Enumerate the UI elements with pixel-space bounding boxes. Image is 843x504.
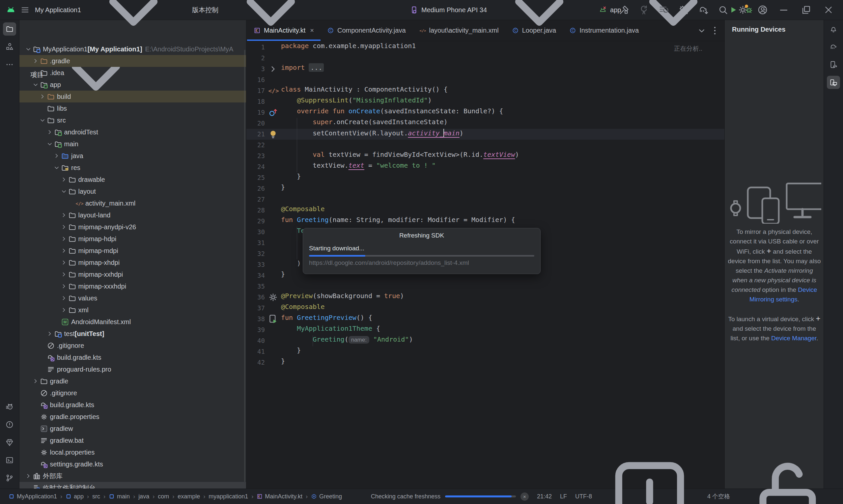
line-number[interactable]: 21 [248,129,265,140]
chevron-right-icon[interactable] [46,330,54,338]
breadcrumb-com[interactable]: com [158,493,169,500]
chevron-right-icon[interactable] [60,211,68,219]
line-number[interactable]: 30 [248,227,265,237]
code-line-25[interactable]: 25 } [246,172,725,183]
code-line-27[interactable]: 27 [246,194,725,205]
code-line-38[interactable]: 38fun GreetingPreview() { [246,313,725,324]
app-quality-insights-tool-button[interactable] [3,436,16,449]
tree-item-activity-main-xml[interactable]: </>activity_main.xml [19,197,246,209]
tree-item-mipmap-xxhdpi[interactable]: mipmap-xxhdpi [19,268,246,280]
line-number[interactable]: 39 [248,324,265,335]
chevron-right-icon[interactable] [32,69,39,77]
line-number[interactable]: 25 [248,172,265,183]
attach-debugger-button[interactable] [678,4,689,16]
chevron-right-icon[interactable] [32,377,39,385]
version-control-tool-button[interactable] [3,471,16,485]
line-number[interactable]: 24 [248,161,265,172]
settings-button[interactable] [737,4,749,16]
tree-item-layout-land[interactable]: layout-land [19,209,246,221]
chevron-right-icon[interactable] [60,306,68,314]
tree-item-build-gradle-kts[interactable]: build.gradle.kts [19,399,246,411]
breadcrumb-java[interactable]: java [138,493,149,500]
code-line-37[interactable]: 37@Composable [246,303,725,313]
code-line-29[interactable]: 29fun Greeting(name: String, modifier: M… [246,216,725,227]
device-selector[interactable]: Medium Phone API 34 [406,0,593,61]
code-line-41[interactable]: 41 } [246,346,725,357]
line-number[interactable]: 26 [248,183,265,194]
code-line-20[interactable]: 20 super.onCreate(savedInstanceState) [246,118,725,129]
tree-item-gradlew-bat[interactable]: gradlew.bat [19,434,246,446]
chevron-right-icon[interactable] [60,270,68,278]
tree-item-mipmap-anydpi-v26[interactable]: mipmap-anydpi-v26 [19,221,246,233]
logcat-tool-button[interactable] [3,400,16,413]
notifications-tool-button[interactable] [827,22,840,36]
line-number[interactable]: 42 [248,357,265,368]
tree-item-proguard-rules-pro[interactable]: proguard-rules.pro [19,363,246,375]
tree-item-drawable[interactable]: drawable [19,174,246,185]
line-number[interactable]: 40 [248,335,265,346]
device-manager-tool-button[interactable] [827,58,840,71]
breadcrumb-myapplication1[interactable]: MyApplication1 [8,493,57,500]
gradle-tool-button[interactable] [827,40,840,53]
line-number[interactable]: 29 [248,216,265,227]
line-number[interactable]: 37 [248,303,265,313]
caret-position[interactable]: 21:42 [537,493,552,500]
line-number[interactable]: 32 [248,248,265,259]
tree-item-外部库[interactable]: 外部库 [19,470,246,482]
chevron-right-icon[interactable] [60,258,68,267]
link-device-manager[interactable]: Device Manager [771,335,816,342]
unlock-icon[interactable] [738,447,837,504]
chevron-right-icon[interactable] [24,472,32,480]
gradle-sync-button[interactable] [698,4,709,16]
line-number[interactable]: 33 [248,259,265,270]
line-number[interactable]: 23 [248,150,265,161]
breadcrumb-mainactivity-kt[interactable]: MainActivity.kt [257,493,302,500]
tree-item-main[interactable]: main [19,138,246,150]
code-line-26[interactable]: 26} [246,183,725,194]
tree-item-settings-gradle-kts[interactable]: settings.gradle.kts [19,458,246,470]
gear-gutter-icon[interactable] [268,292,279,303]
running-devices-tool-button[interactable] [827,76,840,89]
cancel-task-button[interactable]: × [520,492,529,501]
tree-item-layout[interactable]: layout [19,185,246,197]
chevron-down-icon[interactable] [38,116,47,124]
line-number[interactable]: 20 [248,118,265,129]
chevron-right-icon[interactable] [60,235,68,243]
line-number[interactable]: 27 [248,194,265,205]
project-tree-scrollbar[interactable] [244,50,246,482]
line-number[interactable]: 16 [248,74,265,85]
window-minimize-button[interactable] [778,4,789,16]
chevron-down-icon[interactable] [46,140,54,148]
tree-item-mipmap-xxxhdpi[interactable]: mipmap-xxxhdpi [19,280,246,292]
tab-componentactivity-java[interactable]: CComponentActivity.java [321,20,412,41]
code-line-23[interactable]: 23 val textView = findViewById<TextView>… [246,150,725,161]
code-line-24[interactable]: 24 textView.text = "welcome to ! " [246,161,725,172]
code-line-18[interactable]: 18 @SuppressLint("MissingInflatedId") [246,96,725,107]
project-menu-button[interactable]: My Application1 [31,0,187,61]
tree-item-xml[interactable]: xml [19,304,246,316]
chevron-right-icon[interactable] [38,93,47,101]
chevron-down-icon[interactable] [53,164,60,172]
tree-item-libs[interactable]: libs [19,103,246,114]
tree-item-res[interactable]: res [19,162,246,174]
main-menu-icon[interactable] [20,5,30,15]
tree-item-local-properties[interactable]: local.properties [19,446,246,458]
preview-gutter-icon[interactable] [268,313,279,324]
line-number[interactable]: 3 [248,64,265,74]
search-everywhere-button[interactable] [717,4,729,16]
tree-item-test[interactable]: test [unitTest] [19,328,246,340]
window-close-button[interactable] [823,4,834,16]
tree-item-androidtest[interactable]: androidTest [19,126,246,138]
code-line-42[interactable]: 42} [246,357,725,368]
code-line-22[interactable]: 22 [246,140,725,150]
fold-gutter-icon[interactable] [268,64,279,74]
line-number[interactable]: 36 [248,292,265,303]
tree-item-idea[interactable]: .idea [19,67,246,79]
breadcrumb-main[interactable]: main [109,493,130,500]
code-line-19[interactable]: 19 override fun onCreate(savedInstanceSt… [246,107,725,118]
terminal-tool-button[interactable] [3,454,16,467]
tree-item-app[interactable]: app [19,79,246,91]
chevron-right-icon[interactable] [60,176,68,183]
tree-item-mipmap-hdpi[interactable]: mipmap-hdpi [19,233,246,245]
code-line-40[interactable]: 40 Greeting(name: "Android") [246,335,725,346]
